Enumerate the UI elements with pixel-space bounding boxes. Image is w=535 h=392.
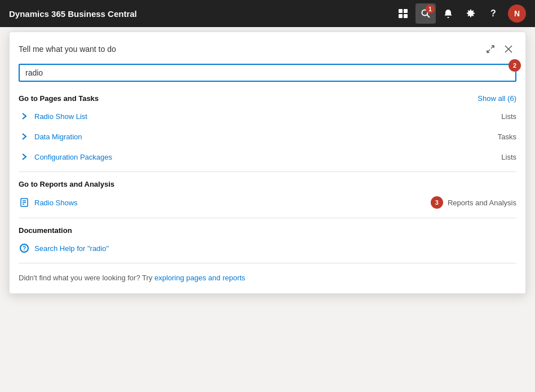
result-item-radio-show-list[interactable]: Radio Show List Lists <box>19 106 516 126</box>
result-item-radio-shows[interactable]: Radio Shows 3 Reports and Analysis <box>19 192 516 213</box>
svg-rect-3 <box>404 14 408 18</box>
main-area: Tell me what you want to do <box>0 27 535 392</box>
divider-1 <box>19 171 516 172</box>
search-panel: Tell me what you want to do <box>9 32 526 294</box>
section-documentation-title: Documentation <box>19 226 72 235</box>
svg-rect-2 <box>399 14 403 18</box>
divider-3 <box>19 263 516 263</box>
grid-icon[interactable] <box>393 3 413 24</box>
settings-icon[interactable] <box>461 3 481 24</box>
result-name-search-help: Search Help for "radio" <box>34 244 516 253</box>
section-pages-tasks: Go to Pages and Tasks Show all (6) Radio… <box>19 91 516 167</box>
help-circle-icon: ? <box>19 243 30 254</box>
search-icon[interactable]: 1 <box>415 3 436 24</box>
result-item-data-migration[interactable]: Data Migration Tasks <box>19 126 516 147</box>
section-pages-tasks-header: Go to Pages and Tasks Show all (6) <box>19 91 516 106</box>
result-item-configuration-packages[interactable]: Configuration Packages Lists <box>19 147 516 167</box>
result-name-radio-show-list: Radio Show List <box>34 112 497 121</box>
section-reports-analysis: Go to Reports and Analysis Radio Shows 3… <box>19 177 516 213</box>
search-panel-title: Tell me what you want to do <box>19 45 116 54</box>
result-name-data-migration: Data Migration <box>34 133 493 141</box>
result-name-configuration-packages: Configuration Packages <box>34 153 497 161</box>
section-documentation: Documentation ? Search Help for "radio" <box>19 223 516 258</box>
divider-2 <box>19 218 516 218</box>
result-item-search-help[interactable]: ? Search Help for "radio" <box>19 238 516 258</box>
bell-icon[interactable] <box>438 3 458 24</box>
chevron-right-icon-3 <box>19 151 30 162</box>
section-reports-analysis-header: Go to Reports and Analysis <box>19 177 516 192</box>
svg-rect-1 <box>404 9 408 13</box>
svg-line-5 <box>427 15 430 18</box>
help-icon[interactable]: ? <box>483 3 503 24</box>
result-name-radio-shows: Radio Shows <box>34 199 426 207</box>
report-icon-radio-shows <box>19 197 30 208</box>
exploring-pages-link[interactable]: exploring pages and reports <box>154 274 245 282</box>
show-all-link[interactable]: Show all (6) <box>477 94 516 103</box>
step-badge-2: 2 <box>509 59 521 72</box>
section-documentation-header: Documentation <box>19 223 516 238</box>
search-input[interactable] <box>19 64 516 82</box>
section-pages-tasks-title: Go to Pages and Tasks <box>19 94 99 103</box>
result-type-configuration-packages: Lists <box>501 153 516 161</box>
search-panel-actions <box>483 41 516 57</box>
svg-rect-6 <box>448 17 449 18</box>
topbar: Dynamics 365 Business Central 1 <box>0 0 535 27</box>
bottom-text: Didn't find what you were looking for? T… <box>19 268 516 284</box>
result-type-radio-shows: Reports and Analysis <box>448 199 516 207</box>
chevron-right-icon-2 <box>19 131 30 142</box>
search-panel-header: Tell me what you want to do <box>19 41 516 57</box>
close-button[interactable] <box>501 41 516 57</box>
app-title: Dynamics 365 Business Central <box>9 9 393 19</box>
section-reports-analysis-title: Go to Reports and Analysis <box>19 180 114 188</box>
chevron-right-icon-1 <box>19 111 30 122</box>
bottom-static-text: Didn't find what you were looking for? T… <box>19 274 154 282</box>
expand-button[interactable] <box>483 41 498 57</box>
result-type-radio-show-list: Lists <box>501 112 516 121</box>
user-avatar[interactable]: N <box>508 5 526 23</box>
step-badge-3: 3 <box>431 196 443 209</box>
result-type-data-migration: Tasks <box>498 133 516 141</box>
search-badge: 1 <box>426 5 435 14</box>
svg-rect-0 <box>399 9 403 13</box>
topbar-icons: 1 ? N <box>393 3 526 24</box>
search-input-wrapper: 2 <box>19 64 516 82</box>
